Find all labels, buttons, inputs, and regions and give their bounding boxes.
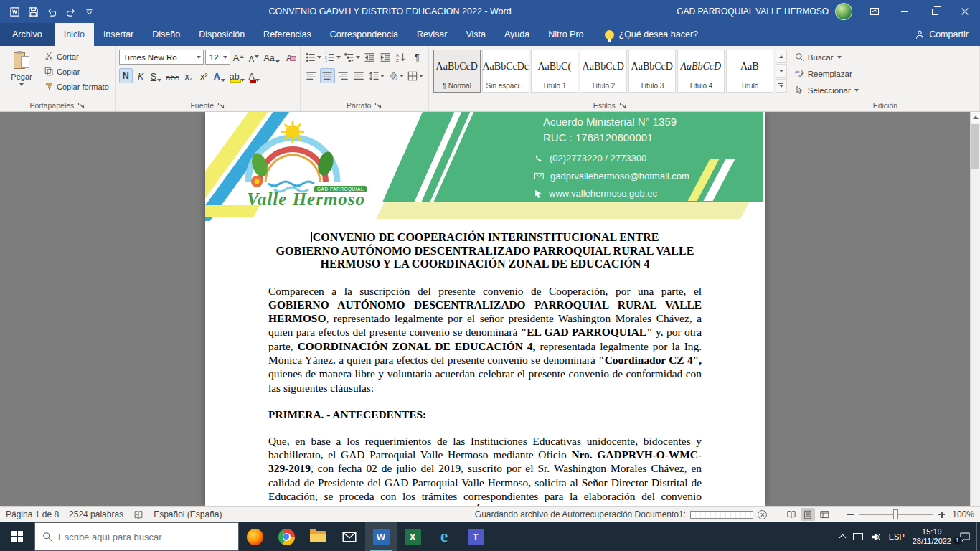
paragraph-1[interactable]: Comparecen a la suscripción del presente… — [268, 284, 702, 395]
account-name[interactable]: GAD PARROQUIAL VALLE HERMOSO — [677, 6, 829, 17]
line-spacing-button[interactable] — [367, 68, 386, 83]
sort-button[interactable]: AZ — [394, 50, 409, 65]
superscript-button[interactable]: x² — [197, 68, 211, 83]
bullets-button[interactable] — [304, 50, 323, 65]
zoom-level[interactable]: 100% — [950, 509, 974, 519]
italic-button[interactable]: K — [134, 68, 148, 83]
shading-button[interactable] — [387, 68, 405, 83]
taskbar-excel[interactable]: X — [397, 522, 428, 551]
undo-icon[interactable] — [44, 4, 59, 19]
tab-correspondencia[interactable]: Correspondencia — [321, 23, 407, 46]
style-titulo-3[interactable]: AaBbCcD Título 3 — [628, 50, 676, 93]
tab-referencias[interactable]: Referencias — [254, 23, 321, 46]
strikethrough-button[interactable]: abc — [164, 68, 181, 83]
tab-ayuda[interactable]: Ayuda — [495, 23, 539, 46]
replace-button[interactable]: abac Reemplazar — [795, 66, 859, 81]
tell-me-box[interactable]: ¿Qué desea hacer? — [605, 23, 699, 46]
style-sin-espaciado[interactable]: AaBbCcDc Sin espaci... — [482, 50, 529, 93]
align-center-button[interactable] — [320, 68, 335, 83]
gallery-more-icon[interactable] — [776, 79, 787, 93]
change-case-button[interactable]: Aa — [262, 50, 281, 65]
tab-insertar[interactable]: Insertar — [94, 23, 143, 46]
document-title[interactable]: CONVENIO DE COOPERACIÓN INTERINSTITUCION… — [268, 231, 702, 271]
font-color-button[interactable]: A — [248, 68, 261, 83]
print-layout-icon[interactable] — [801, 508, 815, 521]
scrollbar-thumb[interactable] — [971, 124, 979, 169]
redo-icon[interactable] — [63, 4, 77, 19]
share-button[interactable]: Compartir — [903, 23, 980, 46]
taskbar-clock[interactable]: 15:19 28/11/2022 — [913, 527, 951, 546]
shrink-font-button[interactable]: A — [247, 50, 260, 65]
paste-button[interactable]: Pegar — [4, 49, 39, 87]
gallery-down-icon[interactable] — [776, 64, 787, 77]
bold-button[interactable]: N — [119, 68, 133, 83]
style-titulo-1[interactable]: AaBbC( Título 1 — [531, 50, 578, 93]
zoom-out-icon[interactable] — [847, 514, 854, 515]
increase-indent-button[interactable] — [378, 50, 393, 65]
keyboard-language[interactable]: ESP — [889, 532, 905, 541]
taskbar-edge[interactable]: e — [428, 522, 460, 551]
decrease-indent-button[interactable] — [362, 50, 377, 65]
justify-button[interactable] — [352, 68, 367, 83]
proofing-icon[interactable] — [133, 510, 143, 519]
taskbar-chrome[interactable] — [270, 522, 302, 551]
document-body[interactable]: CONVENIO DE COOPERACIÓN INTERINSTITUCION… — [205, 221, 765, 506]
restore-button[interactable] — [920, 0, 950, 23]
scroll-up-icon[interactable] — [971, 112, 980, 123]
style-titulo-4[interactable]: AaBbCcD Título 4 — [677, 50, 725, 93]
hidden-icons-chevron[interactable] — [840, 533, 845, 540]
volume-icon[interactable] — [871, 532, 881, 542]
search-input[interactable] — [58, 532, 231, 542]
word-app-icon[interactable] — [7, 4, 22, 19]
grow-font-button[interactable]: A — [232, 50, 246, 65]
gallery-up-icon[interactable] — [776, 50, 787, 63]
show-marks-button[interactable]: ¶ — [410, 50, 425, 65]
align-left-button[interactable] — [304, 68, 319, 83]
taskbar-mail[interactable] — [334, 522, 365, 551]
vertical-scrollbar[interactable] — [970, 112, 980, 506]
zoom-in-icon[interactable] — [938, 512, 945, 518]
cancel-save-icon[interactable] — [758, 510, 767, 519]
dialog-launcher-icon[interactable] — [77, 102, 85, 109]
show-desktop-button[interactable] — [976, 522, 980, 551]
taskbar-word[interactable]: W — [365, 522, 397, 551]
start-button[interactable] — [0, 522, 34, 551]
font-name-combo[interactable]: Times New Ro — [119, 50, 204, 65]
paragraph-2[interactable]: Que, en base a los requerimientos de las… — [268, 434, 702, 506]
heading-antecedentes[interactable]: PRIMERA. - ANTECEDENTES: — [268, 408, 702, 421]
select-button[interactable]: Seleccionar — [795, 83, 859, 98]
copy-button[interactable]: Copiar — [42, 64, 111, 79]
taskbar-teams[interactable]: T — [460, 522, 491, 551]
save-icon[interactable] — [26, 4, 40, 19]
cut-button[interactable]: Cortar — [42, 49, 111, 64]
style-normal[interactable]: AaBbCcD ¶ Normal — [433, 50, 481, 93]
close-button[interactable] — [950, 0, 980, 23]
action-center-icon[interactable]: 1 — [959, 532, 971, 542]
language-indicator[interactable]: Español (España) — [154, 509, 222, 519]
web-layout-icon[interactable] — [817, 508, 831, 521]
highlight-color-button[interactable]: ab — [228, 68, 246, 83]
account-avatar[interactable] — [835, 3, 852, 20]
minimize-button[interactable] — [890, 0, 920, 23]
taskbar-search[interactable] — [34, 522, 239, 551]
format-painter-button[interactable]: Copiar formato — [42, 79, 111, 94]
underline-button[interactable]: S — [149, 68, 163, 83]
dialog-launcher-icon[interactable] — [374, 102, 382, 109]
zoom-slider-thumb[interactable] — [893, 509, 898, 519]
page-indicator[interactable]: Página 1 de 8 — [6, 509, 59, 519]
tab-vista[interactable]: Vista — [456, 23, 495, 46]
style-titulo[interactable]: AaB Título — [726, 50, 773, 93]
zoom-slider[interactable] — [859, 514, 933, 515]
taskbar-firefox[interactable] — [239, 522, 270, 551]
network-icon[interactable] — [853, 533, 863, 540]
borders-button[interactable] — [406, 68, 425, 83]
taskbar-explorer[interactable] — [302, 522, 334, 551]
font-size-combo[interactable]: 12 — [205, 50, 230, 65]
multilevel-list-button[interactable] — [343, 50, 362, 65]
tab-revisar[interactable]: Revisar — [407, 23, 456, 46]
dialog-launcher-icon[interactable] — [217, 102, 225, 109]
numbering-button[interactable]: 123 — [324, 50, 342, 65]
align-right-button[interactable] — [336, 68, 351, 83]
dialog-launcher-icon[interactable] — [619, 102, 626, 109]
tab-disposicion[interactable]: Disposición — [189, 23, 254, 46]
